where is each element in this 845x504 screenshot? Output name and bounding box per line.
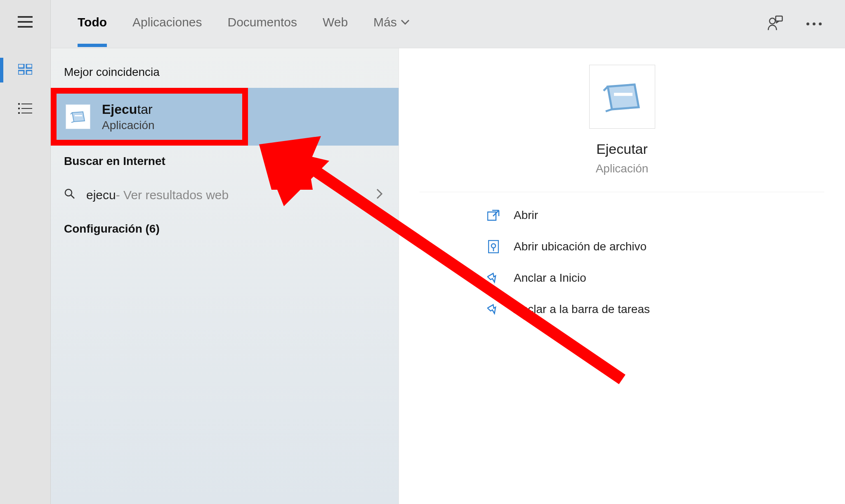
svg-rect-22 <box>488 212 496 220</box>
action-pin-taskbar-label: Anclar a la barra de tareas <box>514 303 650 316</box>
best-match-subtitle: Aplicación <box>102 119 155 132</box>
tab-web[interactable]: Web <box>323 15 348 33</box>
best-match-title: Ejecutar <box>102 102 155 117</box>
pin-icon <box>486 304 501 315</box>
list-icon <box>18 103 32 114</box>
chevron-right-icon <box>376 188 383 202</box>
settings-heading[interactable]: Configuración (6) <box>51 213 399 245</box>
search-icon <box>64 188 76 203</box>
grid-icon <box>18 64 32 75</box>
folder-location-icon <box>486 240 501 253</box>
best-match-text: Ejecutar Aplicación <box>102 102 155 132</box>
svg-rect-5 <box>18 71 24 75</box>
svg-rect-3 <box>18 64 24 68</box>
search-scope-tabbar: Todo Aplicaciones Documentos Web Más <box>51 0 845 48</box>
task-rail <box>0 0 51 504</box>
svg-rect-6 <box>26 71 32 75</box>
best-match-heading: Mejor coincidencia <box>51 57 399 88</box>
feedback-button[interactable] <box>767 15 783 33</box>
run-icon <box>70 110 86 123</box>
action-pin-taskbar[interactable]: Anclar a la barra de tareas <box>486 299 820 320</box>
search-body: Mejor coincidencia Ejecutar Aplica <box>51 48 845 504</box>
pin-icon <box>486 272 501 284</box>
svg-rect-14 <box>776 16 782 21</box>
search-results: Mejor coincidencia Ejecutar Aplica <box>51 48 399 504</box>
hamburger-icon <box>18 16 33 28</box>
svg-point-13 <box>769 18 775 24</box>
windows-search-panel: Todo Aplicaciones Documentos Web Más <box>0 0 845 504</box>
tab-more[interactable]: Más <box>373 15 409 33</box>
web-search-query-match: ejecu <box>86 188 116 202</box>
rail-hamburger-button[interactable] <box>11 10 40 33</box>
svg-point-19 <box>65 189 72 196</box>
rail-active-indicator <box>0 58 3 82</box>
rail-list-button[interactable] <box>11 97 40 120</box>
svg-rect-0 <box>18 16 33 18</box>
svg-rect-18 <box>75 115 82 116</box>
result-details-pane: Ejecutar Aplicación Abrir Abrir <box>399 48 845 504</box>
run-app-tile-large <box>589 65 655 129</box>
person-feedback-icon <box>767 15 783 31</box>
action-pin-start[interactable]: Anclar a Inicio <box>486 267 820 289</box>
details-subtitle: Aplicación <box>596 162 649 175</box>
run-icon <box>602 80 643 113</box>
svg-point-17 <box>819 23 822 26</box>
tab-more-label: Más <box>373 15 397 29</box>
best-match-result[interactable]: Ejecutar Aplicación <box>51 88 399 146</box>
best-match-title-match: Ejecu <box>102 102 137 117</box>
more-options-button[interactable] <box>806 20 822 28</box>
run-app-tile-small <box>66 104 90 129</box>
svg-point-15 <box>807 23 810 26</box>
web-search-result[interactable]: ejecu - Ver resultados web <box>51 177 399 213</box>
tabbar-right-actions <box>767 0 822 48</box>
svg-point-24 <box>491 244 496 248</box>
svg-rect-1 <box>18 21 33 23</box>
svg-rect-8 <box>21 104 32 104</box>
svg-rect-10 <box>21 108 32 109</box>
svg-rect-12 <box>21 113 32 113</box>
rail-apps-button[interactable] <box>11 58 40 80</box>
svg-rect-4 <box>26 64 32 68</box>
action-open-location-label: Abrir ubicación de archivo <box>514 240 647 253</box>
details-actions: Abrir Abrir ubicación de archivo Anclar … <box>399 192 845 320</box>
details-title: Ejecutar <box>596 141 648 157</box>
svg-rect-11 <box>18 112 20 114</box>
search-panel: Todo Aplicaciones Documentos Web Más <box>51 0 845 504</box>
web-search-suffix: - Ver resultados web <box>116 188 229 202</box>
action-open[interactable]: Abrir <box>486 205 820 226</box>
search-internet-heading: Buscar en Internet <box>51 146 399 177</box>
open-icon <box>486 210 501 221</box>
tab-documents[interactable]: Documentos <box>228 15 297 33</box>
svg-line-20 <box>71 195 74 198</box>
best-match-title-rest: tar <box>137 102 152 117</box>
svg-rect-9 <box>18 108 20 109</box>
svg-rect-21 <box>614 93 633 96</box>
ellipsis-icon <box>806 22 822 26</box>
action-pin-start-label: Anclar a Inicio <box>514 271 586 285</box>
action-open-location[interactable]: Abrir ubicación de archivo <box>486 236 820 257</box>
svg-rect-7 <box>18 103 20 105</box>
svg-point-16 <box>813 23 816 26</box>
tab-all[interactable]: Todo <box>78 15 107 33</box>
action-open-label: Abrir <box>514 209 538 222</box>
details-header: Ejecutar Aplicación <box>420 48 824 192</box>
tab-apps[interactable]: Aplicaciones <box>132 15 202 33</box>
chevron-down-icon <box>401 20 409 25</box>
svg-rect-2 <box>18 26 33 28</box>
